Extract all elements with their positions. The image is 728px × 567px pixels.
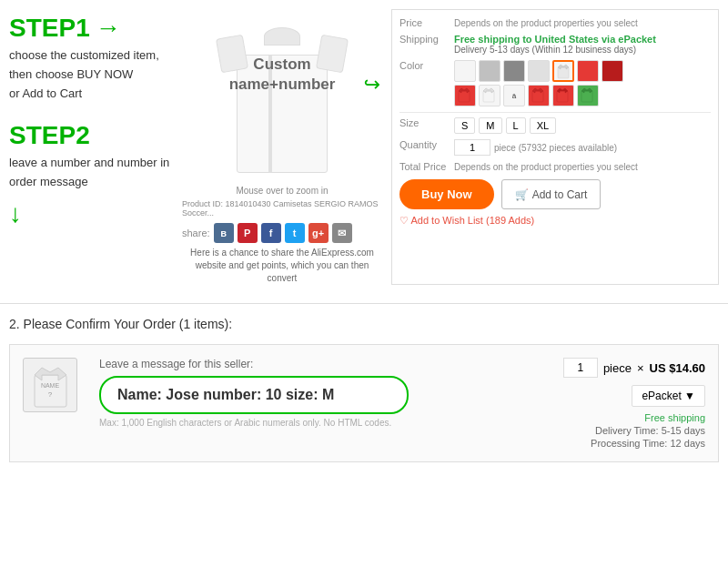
step2-label: STEP2 bbox=[9, 121, 173, 150]
total-price-row: Total Price Depends on the product prope… bbox=[399, 161, 711, 172]
message-label: Leave a message for this seller: bbox=[99, 358, 551, 370]
arrow-right-icon: → bbox=[96, 14, 121, 43]
step1-instructions: choose the customized item, then choose … bbox=[9, 46, 173, 103]
size-label: Size bbox=[399, 117, 447, 128]
arrow-down-icon: ↓ bbox=[9, 199, 173, 228]
product-image[interactable]: Customname+number ↩ bbox=[200, 9, 364, 182]
zoom-text: Mouse over to zoom in bbox=[182, 186, 382, 196]
share-label: share: bbox=[182, 228, 210, 238]
cart-icon: 🛒 bbox=[515, 188, 529, 201]
size-row: Size S M L XL bbox=[399, 117, 711, 134]
order-price: US $14.60 bbox=[650, 361, 705, 375]
quantity-controls: piece (57932 pieces available) bbox=[454, 139, 711, 156]
share-google-button[interactable]: g+ bbox=[308, 223, 329, 243]
delivery-time-text: Delivery Time: 5-15 days bbox=[563, 425, 705, 436]
color-swatches: ā bbox=[454, 60, 711, 106]
svg-text:?: ? bbox=[47, 390, 52, 399]
step1-label: STEP1 → bbox=[9, 14, 173, 43]
color-swatch-red3[interactable] bbox=[528, 85, 550, 106]
size-m-button[interactable]: M bbox=[479, 117, 501, 134]
processing-time-text: Processing Time: 12 days bbox=[563, 438, 705, 449]
add-to-cart-button[interactable]: 🛒 Add to Cart bbox=[501, 179, 602, 209]
svg-rect-8 bbox=[557, 91, 568, 102]
share-description: Here is a chance to share the AliExpress… bbox=[182, 247, 382, 285]
char-limit-text: Max: 1,000 English characters or Arabic … bbox=[99, 418, 551, 428]
piece-label: piece bbox=[603, 361, 632, 375]
color-swatch-white2[interactable] bbox=[479, 85, 500, 106]
color-swatch-silver[interactable] bbox=[479, 60, 500, 82]
shipping-label: Shipping bbox=[399, 34, 447, 45]
color-swatch-grey[interactable] bbox=[503, 60, 525, 82]
color-label: Color bbox=[399, 60, 447, 71]
price-label: Price bbox=[399, 17, 447, 28]
color-swatch-green[interactable] bbox=[577, 85, 599, 106]
color-swatch-red4[interactable] bbox=[552, 85, 574, 106]
share-email-button[interactable]: ✉ bbox=[332, 223, 352, 243]
quantity-row: Quantity piece (57932 pieces available) bbox=[399, 139, 711, 156]
quantity-note: piece (57932 pieces available) bbox=[494, 143, 617, 153]
order-middle-section: Leave a message for this seller: Max: 1,… bbox=[99, 358, 551, 428]
heart-icon: ♡ bbox=[399, 215, 409, 226]
step1-text: STEP1 bbox=[9, 14, 90, 43]
free-shipping-text: Free shipping bbox=[563, 412, 705, 423]
price-value: Depends on the product properties you se… bbox=[454, 17, 711, 28]
product-detail-panel: Price Depends on the product properties … bbox=[391, 9, 719, 285]
quantity-input[interactable] bbox=[454, 139, 490, 156]
size-l-button[interactable]: L bbox=[506, 117, 526, 134]
share-row: share: в P f t g+ ✉ bbox=[182, 223, 382, 243]
color-swatch-white-selected[interactable] bbox=[552, 60, 574, 82]
svg-rect-10 bbox=[581, 91, 592, 102]
total-label: Total Price bbox=[399, 161, 447, 172]
svg-text:NAME: NAME bbox=[40, 382, 59, 389]
share-facebook-button[interactable]: f bbox=[261, 223, 281, 243]
order-box: NAME ? Leave a message for this seller: … bbox=[9, 344, 719, 462]
custom-label: Customname+number bbox=[229, 55, 336, 95]
order-item-thumbnail: NAME ? bbox=[23, 358, 86, 421]
svg-rect-2 bbox=[459, 91, 470, 102]
color-swatch-red[interactable] bbox=[577, 60, 599, 82]
color-row: Color bbox=[399, 60, 711, 106]
color-swatch-darkred[interactable] bbox=[602, 60, 623, 82]
color-swatch-red2[interactable] bbox=[454, 85, 476, 106]
order-message-input[interactable] bbox=[99, 376, 409, 414]
svg-rect-6 bbox=[532, 91, 543, 102]
green-curved-arrow-icon: ↩ bbox=[364, 73, 380, 96]
color-swatch-lightgrey[interactable] bbox=[528, 60, 550, 82]
price-row: Price Depends on the product properties … bbox=[399, 17, 711, 28]
shipping-row: Shipping Free shipping to United States … bbox=[399, 34, 711, 55]
share-pinterest-button[interactable]: P bbox=[238, 223, 258, 243]
shipping-value: Free shipping to United States via ePack… bbox=[454, 34, 711, 55]
wishlist-row[interactable]: ♡ Add to Wish List (189 Adds) bbox=[399, 215, 711, 227]
order-quantity-input[interactable] bbox=[563, 358, 598, 378]
svg-rect-0 bbox=[558, 67, 569, 78]
product-id: Product ID: 1814010430 Camisetas SERGIO … bbox=[182, 199, 382, 218]
color-swatch-white[interactable] bbox=[454, 60, 476, 82]
action-buttons: Buy Now 🛒 Add to Cart bbox=[399, 179, 711, 209]
order-right-section: piece × US $14.60 ePacket ▼ Free shippin… bbox=[563, 358, 705, 449]
quantity-label: Quantity bbox=[399, 139, 447, 150]
multiply-symbol: × bbox=[637, 361, 644, 375]
size-buttons-group: S M L XL bbox=[454, 117, 711, 134]
total-value: Depends on the product properties you se… bbox=[454, 161, 711, 172]
bottom-section: 2. Please Confirm Your Order (1 items): … bbox=[0, 303, 728, 475]
epacket-button[interactable]: ePacket ▼ bbox=[632, 385, 705, 407]
size-s-button[interactable]: S bbox=[454, 117, 475, 134]
share-vk-button[interactable]: в bbox=[214, 223, 234, 243]
step2-instructions: leave a number and number in order messa… bbox=[9, 154, 173, 192]
product-image-area: Customname+number ↩ Mouse over to zoom i… bbox=[182, 9, 382, 285]
size-xl-button[interactable]: XL bbox=[530, 117, 556, 134]
color-swatch-white3[interactable]: ā bbox=[503, 85, 525, 106]
order-qty-price-row: piece × US $14.60 bbox=[563, 358, 705, 378]
confirm-title: 2. Please Confirm Your Order (1 items): bbox=[9, 317, 719, 331]
buy-now-button[interactable]: Buy Now bbox=[399, 179, 494, 209]
svg-rect-4 bbox=[483, 91, 494, 102]
share-twitter-button[interactable]: t bbox=[285, 223, 305, 243]
